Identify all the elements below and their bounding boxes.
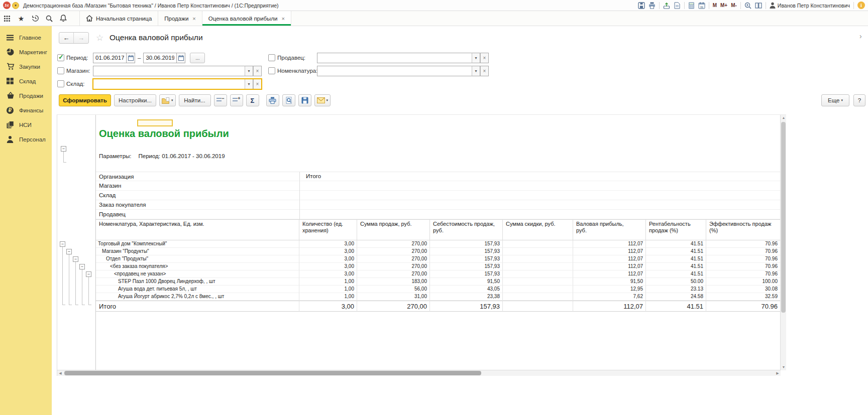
send-icon[interactable] [663, 2, 670, 10]
report-cell[interactable] [503, 240, 573, 248]
nomenclature-input[interactable] [317, 66, 472, 76]
user-button[interactable]: Иванов Петр Константинович [770, 2, 850, 9]
calendar-icon[interactable]: 31 [698, 2, 705, 10]
report-row-label[interactable]: <продавец не указан> [96, 270, 299, 278]
report-cell[interactable]: 270,00 [357, 240, 430, 248]
tab-gross-profit[interactable]: Оценка валовой прибыли × [202, 11, 291, 26]
group-row-organization[interactable]: Организация [96, 172, 781, 181]
report-cell[interactable]: 70.96 [706, 248, 781, 255]
report-total-row[interactable]: Итого 3,00 270,00 157,93 112,07 41.51 70… [96, 301, 781, 312]
sidebar-item-personal[interactable]: Персонал [0, 132, 52, 147]
report-cell[interactable]: 70.96 [706, 270, 781, 278]
collapse-expander[interactable]: − [60, 241, 65, 247]
print-report-button[interactable] [266, 94, 279, 106]
totals-button[interactable]: Σ [246, 94, 259, 106]
preview-button[interactable] [282, 94, 295, 106]
column-header[interactable]: Сумма продаж, руб. [357, 219, 430, 240]
report-cell[interactable]: 7,62 [573, 293, 646, 301]
favorite-star-icon[interactable]: ☆ [96, 33, 103, 43]
report-cell[interactable]: 270,00 [357, 248, 430, 255]
total-label[interactable]: Итого [96, 301, 299, 312]
report-cell[interactable]: 157,93 [430, 270, 503, 278]
total-cell[interactable]: 41.51 [646, 301, 706, 312]
total-cell[interactable] [503, 301, 573, 312]
report-cell[interactable]: 3,00 [299, 248, 357, 255]
total-cell[interactable]: 3,00 [299, 301, 357, 312]
warehouse-checkbox[interactable] [57, 80, 64, 87]
report-cell[interactable] [503, 255, 573, 263]
report-row[interactable]: Торговый дом "Комплексный"3,00270,00157,… [96, 240, 781, 248]
sidebar-item-nsi[interactable]: НСИ [0, 117, 52, 132]
report-row-label[interactable]: <без заказа покупателя> [96, 263, 299, 270]
report-row[interactable]: <без заказа покупателя>3,00270,00157,931… [96, 263, 781, 270]
apps-menu-button[interactable] [0, 11, 14, 26]
collapse-expander[interactable]: − [86, 271, 91, 277]
report-cell[interactable]: 70.96 [706, 240, 781, 248]
tab-home[interactable]: Начальная страница [79, 11, 158, 26]
report-cell[interactable]: 3,00 [299, 240, 357, 248]
zoom-icon[interactable] [744, 2, 751, 10]
column-header[interactable]: Номенклатура, Характеристика, Ед. изм. [96, 219, 299, 240]
group-row-order[interactable]: Заказ покупателя [96, 200, 781, 210]
system-menu-button[interactable]: ▾ [12, 2, 19, 9]
report-cell[interactable]: 3,00 [299, 270, 357, 278]
total-cell[interactable]: 112,07 [573, 301, 646, 312]
report-row-label[interactable]: Агуша вода дет. питьевая 5л, , шт [96, 286, 299, 293]
collapse-expander[interactable]: − [66, 249, 72, 254]
collapse-expander[interactable]: − [79, 264, 85, 269]
print-icon[interactable] [648, 2, 656, 10]
memory-m-plus-button[interactable]: M+ [720, 2, 727, 10]
column-header[interactable]: Себестоимость продаж, руб. [430, 219, 503, 240]
memory-m-button[interactable]: M [713, 2, 717, 10]
group-row-store[interactable]: Магазин [96, 181, 781, 191]
period-checkbox[interactable]: ✓ [57, 54, 64, 61]
group-row-seller[interactable]: Продавец [96, 210, 781, 219]
vertical-scroll-thumb[interactable] [781, 122, 786, 313]
seller-input[interactable] [317, 53, 472, 63]
period-to-input[interactable] [143, 53, 176, 63]
store-checkbox[interactable] [57, 67, 64, 74]
report-cell[interactable]: 3,00 [299, 263, 357, 270]
period-from-input[interactable] [93, 53, 126, 63]
generate-button[interactable]: Сформировать [59, 94, 111, 106]
report-cell[interactable]: 112,07 [573, 263, 646, 270]
report-cell[interactable]: 12,95 [573, 286, 646, 293]
scroll-right-icon[interactable]: ▶ [775, 370, 781, 376]
favorites-button[interactable]: ★ [14, 11, 28, 26]
report-cell[interactable]: 31,00 [357, 293, 430, 301]
report-cell[interactable]: 1,00 [299, 293, 357, 301]
dropdown-arrow-icon[interactable]: ▾ [472, 53, 480, 63]
mail-button[interactable]: ▾ [314, 94, 331, 106]
forward-button[interactable]: → [74, 33, 88, 43]
period-more-button[interactable]: ... [190, 53, 205, 63]
total-cell[interactable]: 70.96 [706, 301, 781, 312]
sidebar-item-finansy[interactable]: ₽ Финансы [0, 103, 52, 117]
report-cell[interactable]: 157,93 [430, 240, 503, 248]
scroll-left-icon[interactable]: ◀ [57, 370, 63, 376]
report-variants-button[interactable]: ▾ [159, 94, 176, 106]
back-button[interactable]: ← [59, 33, 74, 43]
find-button[interactable]: Найти... [179, 94, 211, 106]
selected-cell[interactable] [137, 119, 173, 126]
report-cell[interactable] [503, 263, 573, 270]
split-window-icon[interactable] [755, 2, 762, 10]
report-row[interactable]: Отдел "Продукты"3,00270,00157,93112,0741… [96, 255, 781, 263]
report-cell[interactable]: 91,50 [430, 278, 503, 286]
panel-chevron-icon[interactable]: › [859, 32, 862, 40]
report-cell[interactable] [503, 248, 573, 255]
report-row-label[interactable]: Отдел "Продукты" [96, 255, 299, 263]
sidebar-item-marketing[interactable]: Маркетинг [0, 45, 52, 59]
scroll-up-icon[interactable]: ▲ [781, 115, 787, 121]
report-cell[interactable]: 41.51 [646, 248, 706, 255]
report-cell[interactable]: 41.51 [646, 270, 706, 278]
more-button[interactable]: Еще▾ [821, 94, 849, 106]
nomenclature-checkbox[interactable] [268, 67, 275, 74]
column-header[interactable]: Эффективность продаж (%) [706, 219, 781, 240]
report-cell[interactable]: 157,93 [430, 255, 503, 263]
report-cell[interactable]: 41.51 [646, 240, 706, 248]
report-cell[interactable]: 112,07 [573, 248, 646, 255]
report-cell[interactable]: 24.58 [646, 293, 706, 301]
report-row-label[interactable]: Магазин "Продукты" [96, 248, 299, 255]
report-cell[interactable]: 32.59 [706, 293, 781, 301]
dropdown-arrow-icon[interactable]: ▾ [245, 79, 253, 89]
